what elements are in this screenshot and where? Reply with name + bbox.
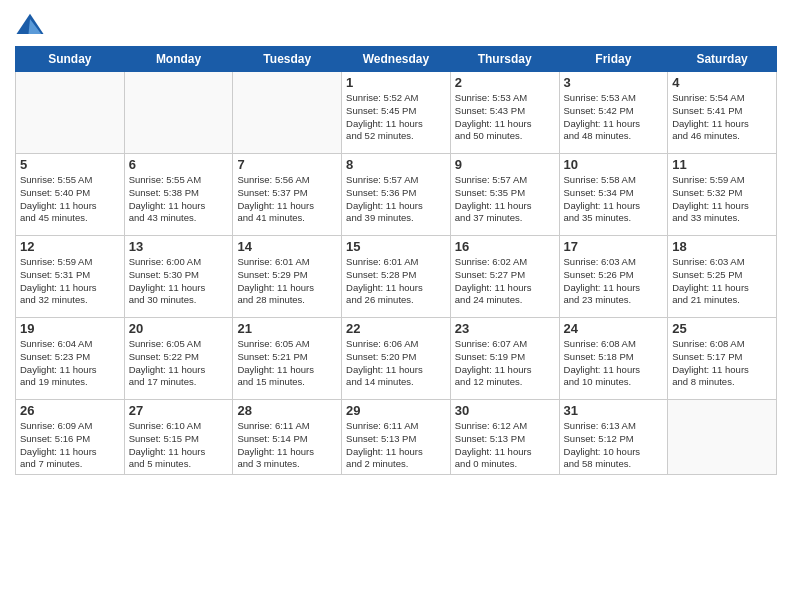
week-row-4: 19Sunrise: 6:04 AM Sunset: 5:23 PM Dayli… — [16, 318, 777, 400]
day-info: Sunrise: 6:12 AM Sunset: 5:13 PM Dayligh… — [455, 420, 555, 471]
day-info: Sunrise: 6:13 AM Sunset: 5:12 PM Dayligh… — [564, 420, 664, 471]
day-number: 1 — [346, 75, 446, 90]
day-cell: 10Sunrise: 5:58 AM Sunset: 5:34 PM Dayli… — [559, 154, 668, 236]
week-row-1: 1Sunrise: 5:52 AM Sunset: 5:45 PM Daylig… — [16, 72, 777, 154]
day-info: Sunrise: 5:55 AM Sunset: 5:38 PM Dayligh… — [129, 174, 229, 225]
day-info: Sunrise: 6:09 AM Sunset: 5:16 PM Dayligh… — [20, 420, 120, 471]
day-info: Sunrise: 5:53 AM Sunset: 5:43 PM Dayligh… — [455, 92, 555, 143]
weekday-header-thursday: Thursday — [450, 47, 559, 72]
day-info: Sunrise: 6:03 AM Sunset: 5:26 PM Dayligh… — [564, 256, 664, 307]
day-number: 17 — [564, 239, 664, 254]
day-cell: 9Sunrise: 5:57 AM Sunset: 5:35 PM Daylig… — [450, 154, 559, 236]
day-cell: 20Sunrise: 6:05 AM Sunset: 5:22 PM Dayli… — [124, 318, 233, 400]
day-info: Sunrise: 6:08 AM Sunset: 5:18 PM Dayligh… — [564, 338, 664, 389]
day-number: 26 — [20, 403, 120, 418]
day-info: Sunrise: 6:11 AM Sunset: 5:14 PM Dayligh… — [237, 420, 337, 471]
day-info: Sunrise: 6:02 AM Sunset: 5:27 PM Dayligh… — [455, 256, 555, 307]
calendar-table: SundayMondayTuesdayWednesdayThursdayFrid… — [15, 46, 777, 475]
day-cell: 12Sunrise: 5:59 AM Sunset: 5:31 PM Dayli… — [16, 236, 125, 318]
header — [15, 10, 777, 40]
day-info: Sunrise: 6:06 AM Sunset: 5:20 PM Dayligh… — [346, 338, 446, 389]
day-cell: 7Sunrise: 5:56 AM Sunset: 5:37 PM Daylig… — [233, 154, 342, 236]
day-number: 30 — [455, 403, 555, 418]
day-info: Sunrise: 6:00 AM Sunset: 5:30 PM Dayligh… — [129, 256, 229, 307]
day-info: Sunrise: 6:10 AM Sunset: 5:15 PM Dayligh… — [129, 420, 229, 471]
day-cell: 21Sunrise: 6:05 AM Sunset: 5:21 PM Dayli… — [233, 318, 342, 400]
day-info: Sunrise: 5:57 AM Sunset: 5:36 PM Dayligh… — [346, 174, 446, 225]
day-info: Sunrise: 6:07 AM Sunset: 5:19 PM Dayligh… — [455, 338, 555, 389]
logo-icon — [15, 10, 45, 40]
day-cell: 16Sunrise: 6:02 AM Sunset: 5:27 PM Dayli… — [450, 236, 559, 318]
day-cell: 30Sunrise: 6:12 AM Sunset: 5:13 PM Dayli… — [450, 400, 559, 475]
day-cell: 27Sunrise: 6:10 AM Sunset: 5:15 PM Dayli… — [124, 400, 233, 475]
day-cell: 14Sunrise: 6:01 AM Sunset: 5:29 PM Dayli… — [233, 236, 342, 318]
day-number: 6 — [129, 157, 229, 172]
day-number: 3 — [564, 75, 664, 90]
week-row-2: 5Sunrise: 5:55 AM Sunset: 5:40 PM Daylig… — [16, 154, 777, 236]
page: SundayMondayTuesdayWednesdayThursdayFrid… — [0, 0, 792, 612]
day-cell: 8Sunrise: 5:57 AM Sunset: 5:36 PM Daylig… — [342, 154, 451, 236]
day-cell: 31Sunrise: 6:13 AM Sunset: 5:12 PM Dayli… — [559, 400, 668, 475]
day-cell: 4Sunrise: 5:54 AM Sunset: 5:41 PM Daylig… — [668, 72, 777, 154]
day-number: 27 — [129, 403, 229, 418]
day-cell: 18Sunrise: 6:03 AM Sunset: 5:25 PM Dayli… — [668, 236, 777, 318]
day-number: 13 — [129, 239, 229, 254]
day-cell: 1Sunrise: 5:52 AM Sunset: 5:45 PM Daylig… — [342, 72, 451, 154]
day-info: Sunrise: 6:01 AM Sunset: 5:29 PM Dayligh… — [237, 256, 337, 307]
day-cell: 23Sunrise: 6:07 AM Sunset: 5:19 PM Dayli… — [450, 318, 559, 400]
day-info: Sunrise: 6:05 AM Sunset: 5:21 PM Dayligh… — [237, 338, 337, 389]
day-cell: 26Sunrise: 6:09 AM Sunset: 5:16 PM Dayli… — [16, 400, 125, 475]
weekday-header-row: SundayMondayTuesdayWednesdayThursdayFrid… — [16, 47, 777, 72]
day-number: 5 — [20, 157, 120, 172]
weekday-header-tuesday: Tuesday — [233, 47, 342, 72]
day-cell: 11Sunrise: 5:59 AM Sunset: 5:32 PM Dayli… — [668, 154, 777, 236]
weekday-header-wednesday: Wednesday — [342, 47, 451, 72]
day-cell: 6Sunrise: 5:55 AM Sunset: 5:38 PM Daylig… — [124, 154, 233, 236]
day-cell: 5Sunrise: 5:55 AM Sunset: 5:40 PM Daylig… — [16, 154, 125, 236]
day-cell: 25Sunrise: 6:08 AM Sunset: 5:17 PM Dayli… — [668, 318, 777, 400]
week-row-3: 12Sunrise: 5:59 AM Sunset: 5:31 PM Dayli… — [16, 236, 777, 318]
day-cell — [233, 72, 342, 154]
day-info: Sunrise: 6:08 AM Sunset: 5:17 PM Dayligh… — [672, 338, 772, 389]
day-cell: 28Sunrise: 6:11 AM Sunset: 5:14 PM Dayli… — [233, 400, 342, 475]
day-number: 15 — [346, 239, 446, 254]
day-info: Sunrise: 6:04 AM Sunset: 5:23 PM Dayligh… — [20, 338, 120, 389]
day-cell: 13Sunrise: 6:00 AM Sunset: 5:30 PM Dayli… — [124, 236, 233, 318]
day-number: 10 — [564, 157, 664, 172]
day-cell: 29Sunrise: 6:11 AM Sunset: 5:13 PM Dayli… — [342, 400, 451, 475]
day-number: 22 — [346, 321, 446, 336]
day-info: Sunrise: 5:56 AM Sunset: 5:37 PM Dayligh… — [237, 174, 337, 225]
day-number: 23 — [455, 321, 555, 336]
day-info: Sunrise: 6:05 AM Sunset: 5:22 PM Dayligh… — [129, 338, 229, 389]
day-number: 11 — [672, 157, 772, 172]
day-info: Sunrise: 6:01 AM Sunset: 5:28 PM Dayligh… — [346, 256, 446, 307]
day-cell — [124, 72, 233, 154]
day-number: 28 — [237, 403, 337, 418]
day-cell: 15Sunrise: 6:01 AM Sunset: 5:28 PM Dayli… — [342, 236, 451, 318]
day-info: Sunrise: 5:59 AM Sunset: 5:31 PM Dayligh… — [20, 256, 120, 307]
day-number: 24 — [564, 321, 664, 336]
day-cell: 19Sunrise: 6:04 AM Sunset: 5:23 PM Dayli… — [16, 318, 125, 400]
day-cell — [668, 400, 777, 475]
logo — [15, 10, 49, 40]
day-info: Sunrise: 5:55 AM Sunset: 5:40 PM Dayligh… — [20, 174, 120, 225]
day-info: Sunrise: 6:11 AM Sunset: 5:13 PM Dayligh… — [346, 420, 446, 471]
day-number: 4 — [672, 75, 772, 90]
day-info: Sunrise: 5:57 AM Sunset: 5:35 PM Dayligh… — [455, 174, 555, 225]
day-info: Sunrise: 6:03 AM Sunset: 5:25 PM Dayligh… — [672, 256, 772, 307]
day-info: Sunrise: 5:59 AM Sunset: 5:32 PM Dayligh… — [672, 174, 772, 225]
weekday-header-saturday: Saturday — [668, 47, 777, 72]
day-info: Sunrise: 5:58 AM Sunset: 5:34 PM Dayligh… — [564, 174, 664, 225]
day-number: 18 — [672, 239, 772, 254]
day-number: 21 — [237, 321, 337, 336]
day-cell — [16, 72, 125, 154]
day-number: 31 — [564, 403, 664, 418]
day-info: Sunrise: 5:54 AM Sunset: 5:41 PM Dayligh… — [672, 92, 772, 143]
day-info: Sunrise: 5:53 AM Sunset: 5:42 PM Dayligh… — [564, 92, 664, 143]
day-cell: 24Sunrise: 6:08 AM Sunset: 5:18 PM Dayli… — [559, 318, 668, 400]
day-info: Sunrise: 5:52 AM Sunset: 5:45 PM Dayligh… — [346, 92, 446, 143]
day-cell: 17Sunrise: 6:03 AM Sunset: 5:26 PM Dayli… — [559, 236, 668, 318]
day-number: 19 — [20, 321, 120, 336]
day-number: 16 — [455, 239, 555, 254]
day-number: 9 — [455, 157, 555, 172]
